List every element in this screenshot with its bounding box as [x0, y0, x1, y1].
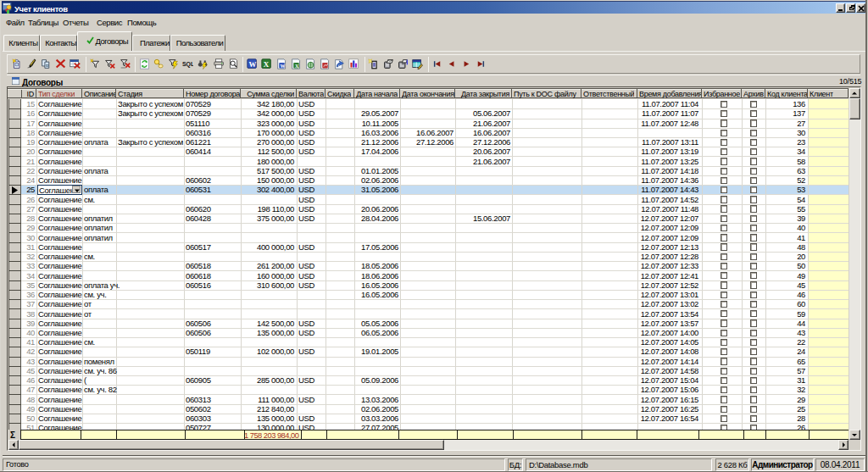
svg-text:X: X — [264, 60, 270, 69]
svg-text:SQL: SQL — [182, 61, 193, 68]
svg-text:W: W — [280, 64, 285, 69]
svg-text:W: W — [248, 60, 256, 69]
svg-text:X: X — [295, 64, 299, 69]
